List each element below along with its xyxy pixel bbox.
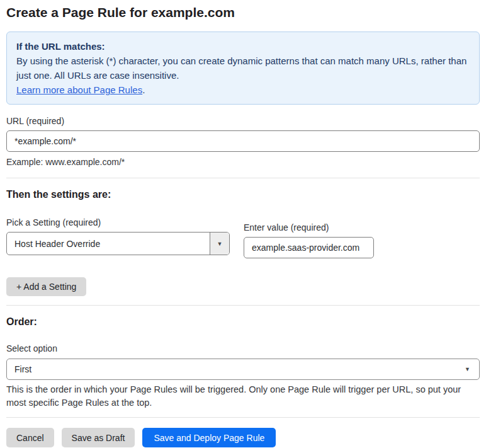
settings-row: Pick a Setting (required) Host Header Ov… — [6, 217, 480, 258]
settings-section-heading: Then the settings are: — [6, 188, 480, 201]
url-match-info-box: If the URL matches: By using the asteris… — [6, 32, 480, 105]
save-and-deploy-button[interactable]: Save and Deploy Page Rule — [142, 428, 276, 447]
setting-value-input[interactable] — [244, 237, 374, 258]
enter-value-label: Enter value (required) — [244, 222, 374, 233]
url-field-group: URL (required) Example: www.example.com/… — [6, 116, 480, 169]
info-box-body: By using the asterisk (*) character, you… — [16, 54, 470, 83]
pick-setting-label: Pick a Setting (required) — [6, 217, 230, 228]
order-field-group: Select option First ▼ This is the order … — [6, 343, 480, 410]
learn-more-link[interactable]: Learn more about Page Rules — [16, 84, 142, 95]
order-select-value: First — [14, 364, 31, 374]
footer-actions: Cancel Save as Draft Save and Deploy Pag… — [6, 428, 480, 447]
order-select-label: Select option — [6, 343, 480, 354]
cancel-button[interactable]: Cancel — [6, 428, 54, 447]
chevron-down-icon: ▼ — [465, 366, 470, 372]
setting-select-value: Host Header Override — [7, 233, 210, 255]
info-box-heading: If the URL matches: — [16, 39, 470, 54]
save-as-draft-button[interactable]: Save as Draft — [62, 428, 135, 447]
add-setting-button[interactable]: + Add a Setting — [6, 277, 86, 296]
divider — [6, 305, 480, 306]
divider — [6, 417, 480, 418]
chevron-down-icon[interactable]: ▼ — [210, 233, 229, 255]
divider — [6, 178, 480, 178]
url-example-helper: Example: www.example.com/* — [6, 156, 480, 169]
setting-select[interactable]: Host Header Override ▼ — [6, 232, 230, 255]
enter-value-group: Enter value (required) — [244, 217, 374, 258]
order-section-heading: Order: — [6, 316, 480, 328]
info-box-link-line: Learn more about Page Rules. — [16, 83, 470, 97]
link-period: . — [142, 84, 145, 95]
url-input[interactable] — [6, 130, 480, 152]
order-helper-text: This is the order in which your Page Rul… — [6, 383, 472, 410]
order-select[interactable]: First ▼ — [6, 359, 480, 380]
pick-setting-group: Pick a Setting (required) Host Header Ov… — [6, 217, 230, 258]
page-title: Create a Page Rule for example.com — [6, 4, 480, 21]
create-page-rule-form: Create a Page Rule for example.com If th… — [0, 4, 486, 448]
url-label: URL (required) — [6, 116, 480, 127]
